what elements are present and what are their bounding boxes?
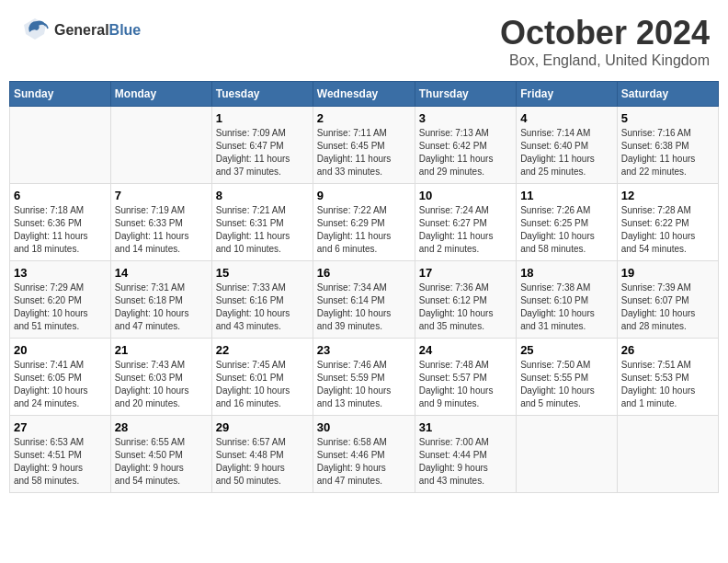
calendar-cell: 17Sunrise: 7:36 AM Sunset: 6:12 PM Dayli… — [415, 261, 516, 339]
day-number: 24 — [419, 343, 512, 357]
calendar-week-row: 1Sunrise: 7:09 AM Sunset: 6:47 PM Daylig… — [10, 107, 719, 184]
calendar-cell: 7Sunrise: 7:19 AM Sunset: 6:33 PM Daylig… — [110, 184, 211, 261]
calendar-cell: 29Sunrise: 6:57 AM Sunset: 4:48 PM Dayli… — [211, 416, 313, 493]
day-info: Sunrise: 7:21 AM Sunset: 6:31 PM Dayligh… — [216, 204, 309, 256]
day-number: 3 — [419, 111, 512, 125]
logo-text: GeneralBlue — [54, 22, 141, 39]
day-number: 1 — [216, 111, 309, 125]
calendar-week-row: 6Sunrise: 7:18 AM Sunset: 6:36 PM Daylig… — [10, 184, 719, 261]
calendar-cell: 30Sunrise: 6:58 AM Sunset: 4:46 PM Dayli… — [313, 416, 415, 493]
day-info: Sunrise: 7:34 AM Sunset: 6:14 PM Dayligh… — [317, 282, 411, 333]
calendar-cell: 13Sunrise: 7:29 AM Sunset: 6:20 PM Dayli… — [10, 261, 111, 339]
day-number: 23 — [317, 343, 411, 357]
day-number: 2 — [317, 111, 411, 125]
calendar-cell: 9Sunrise: 7:22 AM Sunset: 6:29 PM Daylig… — [313, 184, 415, 261]
day-info: Sunrise: 7:36 AM Sunset: 6:12 PM Dayligh… — [419, 282, 512, 333]
day-number: 18 — [520, 266, 613, 280]
calendar-cell: 4Sunrise: 7:14 AM Sunset: 6:40 PM Daylig… — [517, 107, 618, 184]
day-number: 6 — [14, 189, 107, 202]
day-number: 4 — [520, 111, 613, 125]
day-info: Sunrise: 7:28 AM Sunset: 6:22 PM Dayligh… — [621, 204, 714, 256]
calendar-cell: 22Sunrise: 7:45 AM Sunset: 6:01 PM Dayli… — [211, 339, 313, 416]
day-number: 11 — [520, 189, 613, 202]
calendar-week-row: 20Sunrise: 7:41 AM Sunset: 6:05 PM Dayli… — [10, 339, 719, 416]
calendar-cell: 15Sunrise: 7:33 AM Sunset: 6:16 PM Dayli… — [211, 261, 313, 339]
calendar-cell — [517, 416, 618, 493]
day-number: 27 — [14, 420, 107, 434]
calendar-cell — [110, 107, 211, 184]
logo: GeneralBlue — [18, 14, 141, 46]
day-number: 25 — [520, 343, 613, 357]
calendar-cell: 8Sunrise: 7:21 AM Sunset: 6:31 PM Daylig… — [211, 184, 313, 261]
day-number: 16 — [317, 266, 411, 280]
calendar-cell: 26Sunrise: 7:51 AM Sunset: 5:53 PM Dayli… — [617, 339, 718, 416]
day-info: Sunrise: 7:18 AM Sunset: 6:36 PM Dayligh… — [14, 204, 107, 256]
month-title: October 2024 — [500, 14, 710, 52]
day-number: 9 — [317, 189, 411, 202]
calendar-cell: 21Sunrise: 7:43 AM Sunset: 6:03 PM Dayli… — [110, 339, 211, 416]
weekday-header: Thursday — [415, 82, 516, 107]
day-info: Sunrise: 7:29 AM Sunset: 6:20 PM Dayligh… — [14, 282, 107, 333]
calendar-table: SundayMondayTuesdayWednesdayThursdayFrid… — [9, 81, 719, 493]
calendar-cell: 3Sunrise: 7:13 AM Sunset: 6:42 PM Daylig… — [415, 107, 516, 184]
title-block: October 2024 Box, England, United Kingdo… — [500, 14, 710, 69]
day-number: 26 — [621, 343, 714, 357]
day-info: Sunrise: 7:24 AM Sunset: 6:27 PM Dayligh… — [419, 204, 512, 256]
calendar-cell: 6Sunrise: 7:18 AM Sunset: 6:36 PM Daylig… — [10, 184, 111, 261]
calendar-cell — [617, 416, 718, 493]
day-number: 14 — [115, 266, 208, 280]
day-number: 19 — [621, 266, 714, 280]
day-number: 13 — [14, 266, 107, 280]
calendar-cell — [10, 107, 111, 184]
day-info: Sunrise: 7:39 AM Sunset: 6:07 PM Dayligh… — [621, 282, 714, 333]
day-number: 29 — [216, 420, 309, 434]
day-number: 5 — [621, 111, 714, 125]
day-info: Sunrise: 7:50 AM Sunset: 5:55 PM Dayligh… — [520, 359, 613, 410]
day-number: 20 — [14, 343, 107, 357]
day-number: 30 — [317, 420, 411, 434]
day-number: 8 — [216, 189, 309, 202]
page-header: GeneralBlue October 2024 Box, England, U… — [9, 9, 719, 74]
day-info: Sunrise: 7:43 AM Sunset: 6:03 PM Dayligh… — [115, 359, 208, 410]
calendar-cell: 25Sunrise: 7:50 AM Sunset: 5:55 PM Dayli… — [517, 339, 618, 416]
calendar-cell: 23Sunrise: 7:46 AM Sunset: 5:59 PM Dayli… — [313, 339, 415, 416]
calendar-cell: 24Sunrise: 7:48 AM Sunset: 5:57 PM Dayli… — [415, 339, 516, 416]
day-info: Sunrise: 7:33 AM Sunset: 6:16 PM Dayligh… — [216, 282, 309, 333]
day-info: Sunrise: 6:58 AM Sunset: 4:46 PM Dayligh… — [317, 436, 411, 488]
day-info: Sunrise: 7:38 AM Sunset: 6:10 PM Dayligh… — [520, 282, 613, 333]
calendar-cell: 11Sunrise: 7:26 AM Sunset: 6:25 PM Dayli… — [517, 184, 618, 261]
day-info: Sunrise: 7:31 AM Sunset: 6:18 PM Dayligh… — [115, 282, 208, 333]
day-number: 15 — [216, 266, 309, 280]
calendar-cell: 16Sunrise: 7:34 AM Sunset: 6:14 PM Dayli… — [313, 261, 415, 339]
day-info: Sunrise: 6:53 AM Sunset: 4:51 PM Dayligh… — [14, 436, 107, 488]
calendar-cell: 14Sunrise: 7:31 AM Sunset: 6:18 PM Dayli… — [110, 261, 211, 339]
weekday-header: Sunday — [10, 82, 111, 107]
day-number: 17 — [419, 266, 512, 280]
logo-general: GeneralBlue — [54, 22, 141, 39]
calendar-week-row: 13Sunrise: 7:29 AM Sunset: 6:20 PM Dayli… — [10, 261, 719, 339]
calendar-cell: 5Sunrise: 7:16 AM Sunset: 6:38 PM Daylig… — [617, 107, 718, 184]
weekday-header: Monday — [110, 82, 211, 107]
day-info: Sunrise: 7:46 AM Sunset: 5:59 PM Dayligh… — [317, 359, 411, 410]
day-number: 28 — [115, 420, 208, 434]
day-info: Sunrise: 7:19 AM Sunset: 6:33 PM Dayligh… — [115, 204, 208, 256]
calendar-cell: 2Sunrise: 7:11 AM Sunset: 6:45 PM Daylig… — [313, 107, 415, 184]
day-info: Sunrise: 7:48 AM Sunset: 5:57 PM Dayligh… — [419, 359, 512, 410]
calendar-week-row: 27Sunrise: 6:53 AM Sunset: 4:51 PM Dayli… — [10, 416, 719, 493]
day-info: Sunrise: 7:14 AM Sunset: 6:40 PM Dayligh… — [520, 127, 613, 178]
calendar-cell: 20Sunrise: 7:41 AM Sunset: 6:05 PM Dayli… — [10, 339, 111, 416]
day-info: Sunrise: 7:11 AM Sunset: 6:45 PM Dayligh… — [317, 127, 411, 178]
weekday-header: Friday — [517, 82, 618, 107]
day-info: Sunrise: 7:09 AM Sunset: 6:47 PM Dayligh… — [216, 127, 309, 178]
day-info: Sunrise: 6:55 AM Sunset: 4:50 PM Dayligh… — [115, 436, 208, 488]
day-number: 7 — [115, 189, 208, 202]
day-number: 12 — [621, 189, 714, 202]
calendar-cell: 12Sunrise: 7:28 AM Sunset: 6:22 PM Dayli… — [617, 184, 718, 261]
weekday-header-row: SundayMondayTuesdayWednesdayThursdayFrid… — [10, 82, 719, 107]
calendar-cell: 31Sunrise: 7:00 AM Sunset: 4:44 PM Dayli… — [415, 416, 516, 493]
weekday-header: Saturday — [617, 82, 718, 107]
calendar-cell: 10Sunrise: 7:24 AM Sunset: 6:27 PM Dayli… — [415, 184, 516, 261]
day-info: Sunrise: 7:45 AM Sunset: 6:01 PM Dayligh… — [216, 359, 309, 410]
day-info: Sunrise: 7:26 AM Sunset: 6:25 PM Dayligh… — [520, 204, 613, 256]
location: Box, England, United Kingdom — [500, 52, 710, 69]
